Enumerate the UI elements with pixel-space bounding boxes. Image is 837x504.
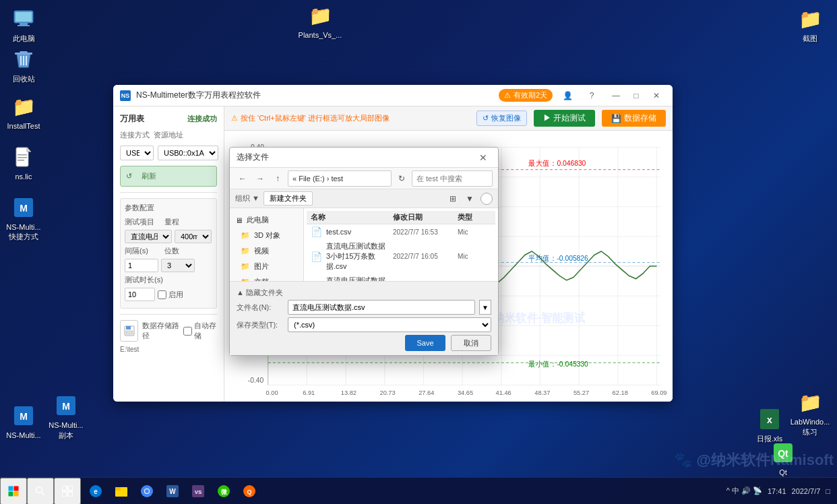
svg-text:最小值：-0.045330: 最小值：-0.045330 (528, 360, 588, 368)
desktop-icon-plants[interactable]: 📁 Plants_Vs_... (300, 3, 340, 40)
svg-text:48.37: 48.37 (534, 388, 550, 396)
nav-back-btn[interactable]: ← (235, 171, 250, 186)
enable-checkbox[interactable] (158, 290, 166, 299)
taskbar-app7[interactable]: Q (237, 479, 261, 503)
svg-text:6.91: 6.91 (303, 388, 315, 396)
taskbar-task-view-btn[interactable] (54, 478, 81, 505)
restore-btn[interactable]: ↺ 恢复图像 (476, 111, 527, 126)
file-item[interactable]: 📄 直流电压测试数据07-07-2022-16.41.07....csv 202… (307, 274, 495, 281)
file-item[interactable]: 📄 直流电压测试数据3小时15万条数据.csv 2022/7/7 16:05 M… (307, 239, 495, 274)
svg-rect-70 (14, 491, 19, 496)
svg-rect-80 (115, 487, 121, 491)
svg-rect-9 (18, 160, 24, 161)
svg-text:34.65: 34.65 (458, 388, 473, 396)
desktop-icon-nslic[interactable]: ns.lic (3, 145, 44, 181)
resource-select[interactable]: USB0::0x1A (158, 146, 218, 160)
filetype-select[interactable]: (*.csv) (288, 317, 491, 332)
connection-method-select[interactable]: USB (120, 146, 154, 160)
svg-marker-6 (27, 148, 31, 152)
footer-buttons: Save 取消 (237, 335, 491, 351)
sidebar-item-docs[interactable]: 📁文档 (230, 274, 303, 281)
svg-rect-22 (126, 331, 133, 334)
svg-text:0.00: 0.00 (266, 388, 278, 396)
taskbar-explorer[interactable] (109, 479, 133, 503)
nav-refresh-btn[interactable]: ↻ (394, 171, 409, 186)
desktop-icon-nsmulti2[interactable]: M NS-Multi... (3, 404, 44, 440)
position-select[interactable]: 3 (161, 259, 195, 272)
file-header: 名称 修改日期 类型 (307, 211, 495, 224)
save-data-btn[interactable]: 💾 数据存储 (602, 110, 666, 127)
app-titlebar: NS NS-Multimeter数字万用表程控软件 ⚠ 有效期2天 👤 ? — … (113, 85, 673, 106)
desktop-icon-screenshots[interactable]: 📁 截图 (790, 7, 830, 43)
desktop-icon-labwindows[interactable]: 📁 LabWindo...练习 (790, 390, 830, 437)
svg-text:平均值：-0.005826: 平均值：-0.005826 (528, 254, 588, 262)
svg-rect-68 (14, 486, 19, 491)
help-btn[interactable]: ? (480, 193, 493, 205)
hint-text: ⚠ 按住 'Ctrl+鼠标左键' 进行框选可放大局部图像 (231, 113, 470, 123)
view-btn[interactable]: ⊞ (447, 193, 459, 205)
taskbar-wechat[interactable]: 微 (212, 479, 236, 503)
svg-rect-8 (18, 157, 27, 158)
organize-label[interactable]: 组织 ▼ (235, 193, 259, 203)
taskbar-edge[interactable]: e (84, 479, 108, 503)
hidden-files-toggle[interactable]: ▲ 隐藏文件夹 (237, 286, 491, 300)
taskbar-app5[interactable]: VS (186, 479, 210, 503)
new-folder-btn[interactable]: 新建文件夹 (264, 191, 313, 206)
taskbar-word[interactable]: W (160, 479, 185, 503)
svg-rect-4 (15, 53, 32, 55)
auto-save-checkbox[interactable] (183, 327, 192, 336)
filename-input[interactable] (288, 300, 475, 315)
start-btn[interactable] (0, 478, 27, 505)
range-select[interactable]: 400mV (175, 230, 212, 243)
sidebar-item-3d[interactable]: 📁3D 对象 (230, 228, 303, 243)
test-item-select[interactable]: 直流电压 (125, 230, 172, 243)
desktop-icon-nsmulti[interactable]: M NS-Multi... 快捷方式 (3, 195, 44, 242)
svg-text:M: M (62, 401, 70, 412)
app-title-icon: NS (120, 90, 131, 101)
desktop-icon-nsmulti3[interactable]: M NS-Multi... 副本 (46, 393, 86, 440)
dialog-search[interactable] (412, 170, 493, 187)
svg-text:x: x (767, 414, 772, 425)
interval-input[interactable] (125, 259, 158, 272)
start-test-btn[interactable]: ▶ 开始测试 (534, 110, 595, 127)
svg-text:Q: Q (247, 489, 251, 495)
dialog-close-btn[interactable]: ✕ (475, 150, 491, 165)
taskbar-notification[interactable]: □ (826, 487, 830, 495)
maximize-btn[interactable]: □ (627, 88, 646, 103)
sidebar-item-pictures[interactable]: 📁图片 (230, 259, 303, 274)
taskbar-search-btn[interactable] (27, 478, 54, 505)
duration-input[interactable] (125, 288, 155, 301)
svg-text:41.46: 41.46 (496, 388, 512, 396)
dialog-titlebar: 选择文件 ✕ (230, 148, 498, 168)
dialog-cancel-btn[interactable]: 取消 (451, 335, 491, 351)
desktop-icon-install[interactable]: 📁 InstallTest (3, 94, 44, 131)
desktop-icon-excel[interactable]: x 日报.xls (749, 407, 790, 443)
help-icon-btn[interactable]: ? (582, 88, 601, 103)
taskbar-chrome[interactable] (135, 479, 159, 503)
filename-dropdown-btn[interactable]: ▼ (479, 300, 491, 315)
filename-label: 文件名(N): (237, 303, 284, 313)
svg-text:27.64: 27.64 (418, 388, 435, 396)
sidebar-item-video[interactable]: 📁视频 (230, 243, 303, 259)
desktop-icon-computer[interactable]: 此电脑 (3, 7, 44, 43)
close-btn[interactable]: ✕ (647, 88, 666, 103)
save-icon-btn[interactable] (120, 320, 138, 342)
user-icon-btn[interactable]: 👤 (558, 88, 577, 103)
svg-text:W: W (169, 488, 176, 495)
svg-rect-67 (9, 486, 13, 491)
file-item[interactable]: 📄 test.csv 2022/7/7 16:53 Mic (307, 224, 495, 239)
desktop-watermark: 🐾 @纳米软件Namisoft (674, 450, 834, 470)
desktop-icon-recycle[interactable]: 回收站 (3, 47, 44, 84)
nav-forward-btn[interactable]: → (253, 171, 268, 186)
sidebar-item-computer[interactable]: 🖥此电脑 (230, 212, 303, 228)
svg-text:微: 微 (220, 489, 228, 495)
dialog-footer: ▲ 隐藏文件夹 文件名(N): ▼ 保存类型(T): (*.csv) Save … (230, 281, 498, 355)
minimize-btn[interactable]: — (607, 88, 625, 103)
refresh-btn[interactable]: 刷新 (135, 169, 163, 183)
dialog-save-btn[interactable]: Save (405, 335, 445, 351)
svg-text:62.18: 62.18 (613, 388, 628, 396)
nav-up-btn[interactable]: ↑ (270, 171, 285, 186)
view-btn2[interactable]: ▼ (463, 193, 476, 205)
svg-rect-74 (68, 486, 73, 491)
auto-save-label: 自动存储 (183, 321, 217, 341)
